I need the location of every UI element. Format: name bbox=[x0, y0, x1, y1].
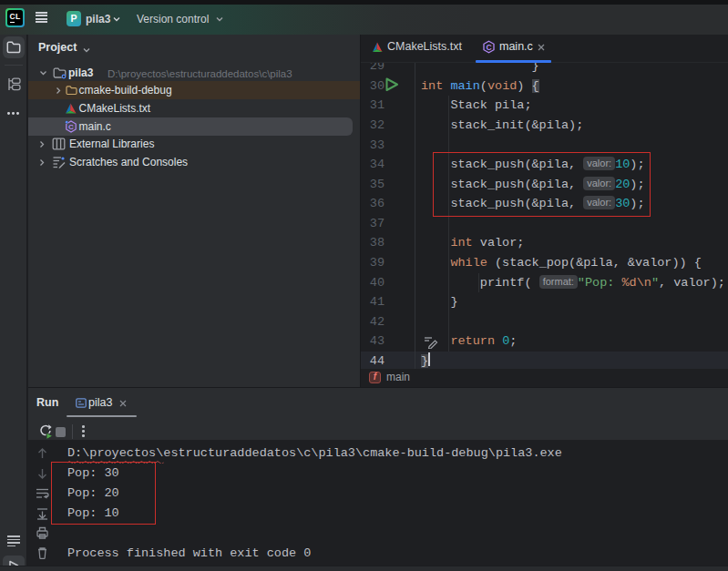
svg-text:C: C bbox=[486, 43, 491, 52]
svg-text:C: C bbox=[68, 123, 74, 131]
